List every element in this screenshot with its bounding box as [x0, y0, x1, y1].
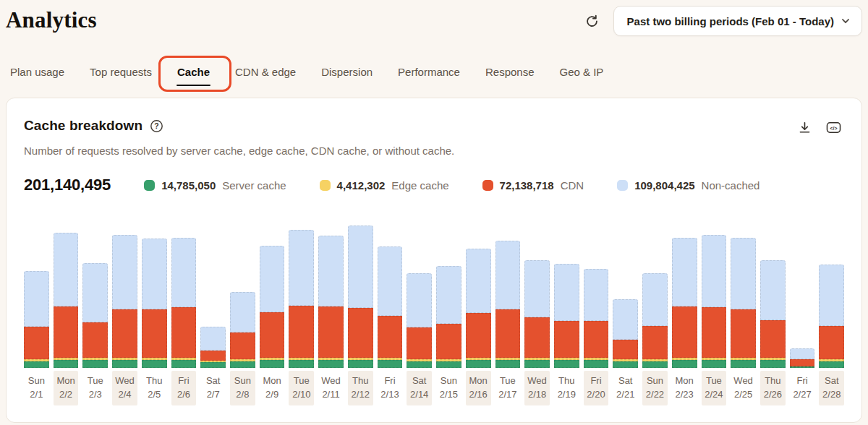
date-range-selector[interactable]: Past two billing periods (Feb 01 - Today…: [613, 6, 862, 36]
stacked-bar-2-11[interactable]: [318, 236, 344, 368]
legend-item-cdn[interactable]: 72,138,718CDN: [482, 179, 584, 192]
bar-segment-non-cached[interactable]: [466, 249, 491, 313]
embed-code-button[interactable]: </>: [823, 118, 844, 137]
stacked-bar-2-22[interactable]: [642, 273, 668, 368]
bar-segment-non-cached[interactable]: [348, 226, 373, 308]
bar-segment-cdn[interactable]: [613, 340, 638, 359]
stacked-bar-2-9[interactable]: [260, 246, 285, 368]
bar-segment-server-cache[interactable]: [407, 361, 432, 368]
bar-segment-cdn[interactable]: [702, 307, 727, 357]
refresh-button[interactable]: [582, 12, 602, 31]
bar-segment-server-cache[interactable]: [142, 360, 167, 368]
stacked-bar-2-28[interactable]: [819, 265, 844, 368]
bar-segment-server-cache[interactable]: [790, 366, 815, 368]
bar-segment-non-cached[interactable]: [260, 246, 285, 312]
tab-cache[interactable]: Cache: [176, 63, 211, 81]
bar-segment-server-cache[interactable]: [348, 360, 373, 368]
bar-segment-server-cache[interactable]: [82, 360, 108, 368]
bar-segment-non-cached[interactable]: [819, 265, 844, 325]
stacked-bar-2-25[interactable]: [731, 238, 756, 368]
bar-segment-cdn[interactable]: [642, 326, 668, 359]
stacked-bar-2-2[interactable]: [54, 233, 79, 368]
stacked-bar-2-5[interactable]: [142, 239, 167, 368]
stacked-bar-2-13[interactable]: [378, 246, 403, 368]
stacked-bar-2-10[interactable]: [289, 230, 314, 368]
stacked-bar-2-19[interactable]: [554, 264, 579, 368]
bar-segment-non-cached[interactable]: [731, 238, 756, 309]
bar-segment-cdn[interactable]: [819, 326, 844, 359]
stacked-bar-2-14[interactable]: [407, 273, 432, 368]
bar-segment-server-cache[interactable]: [200, 362, 226, 368]
bar-segment-cdn[interactable]: [524, 317, 550, 358]
bar-segment-non-cached[interactable]: [24, 271, 49, 326]
bar-segment-non-cached[interactable]: [672, 238, 697, 306]
stacked-bar-2-12[interactable]: [348, 226, 373, 368]
bar-segment-cdn[interactable]: [407, 327, 432, 359]
legend-item-non-cached[interactable]: 109,804,425Non-cached: [617, 179, 760, 192]
stacked-bar-2-6[interactable]: [171, 238, 197, 368]
bar-segment-non-cached[interactable]: [702, 235, 727, 307]
bar-segment-server-cache[interactable]: [436, 361, 461, 368]
bar-segment-cdn[interactable]: [200, 351, 226, 361]
bar-segment-non-cached[interactable]: [82, 263, 108, 322]
bar-segment-non-cached[interactable]: [790, 348, 815, 359]
tab-plan-usage[interactable]: Plan usage: [9, 63, 66, 81]
download-button[interactable]: [795, 118, 814, 137]
stacked-bar-2-17[interactable]: [495, 241, 521, 368]
stacked-bar-2-26[interactable]: [760, 260, 786, 368]
bar-segment-cdn[interactable]: [584, 321, 609, 358]
stacked-bar-2-3[interactable]: [82, 263, 108, 368]
bar-segment-non-cached[interactable]: [436, 266, 461, 324]
bar-segment-server-cache[interactable]: [495, 360, 521, 368]
bar-segment-non-cached[interactable]: [378, 246, 403, 316]
bar-segment-server-cache[interactable]: [318, 360, 344, 368]
legend-item-edge-cache[interactable]: 4,412,302Edge cache: [320, 179, 449, 192]
bar-segment-server-cache[interactable]: [642, 361, 668, 368]
bar-segment-non-cached[interactable]: [230, 292, 255, 332]
bar-segment-cdn[interactable]: [760, 320, 786, 358]
bar-segment-cdn[interactable]: [495, 309, 521, 358]
bar-segment-cdn[interactable]: [348, 308, 373, 357]
bar-segment-cdn[interactable]: [230, 332, 255, 359]
bar-segment-server-cache[interactable]: [672, 360, 697, 368]
stacked-bar-2-15[interactable]: [436, 266, 461, 368]
bar-segment-cdn[interactable]: [142, 309, 167, 358]
tab-performance[interactable]: Performance: [396, 63, 461, 81]
bar-segment-server-cache[interactable]: [260, 360, 285, 368]
bar-segment-server-cache[interactable]: [613, 361, 638, 368]
bar-segment-non-cached[interactable]: [760, 260, 786, 320]
bar-segment-cdn[interactable]: [112, 309, 137, 358]
bar-segment-server-cache[interactable]: [731, 360, 756, 368]
bar-segment-server-cache[interactable]: [584, 360, 609, 368]
bar-segment-server-cache[interactable]: [524, 360, 550, 368]
bar-segment-non-cached[interactable]: [495, 241, 521, 309]
bar-segment-cdn[interactable]: [260, 312, 285, 358]
bar-segment-cdn[interactable]: [289, 306, 314, 358]
bar-segment-cdn[interactable]: [672, 306, 697, 358]
bar-segment-non-cached[interactable]: [524, 260, 550, 317]
bar-segment-cdn[interactable]: [731, 309, 756, 358]
bar-segment-server-cache[interactable]: [819, 361, 844, 368]
bar-segment-cdn[interactable]: [790, 359, 815, 366]
stacked-bar-2-20[interactable]: [584, 269, 609, 368]
bar-segment-non-cached[interactable]: [613, 299, 638, 340]
bar-segment-cdn[interactable]: [554, 321, 579, 358]
stacked-bar-2-1[interactable]: [24, 271, 49, 368]
legend-item-server-cache[interactable]: 14,785,050Server cache: [144, 179, 286, 192]
bar-segment-non-cached[interactable]: [289, 230, 314, 306]
bar-segment-non-cached[interactable]: [318, 236, 344, 306]
bar-segment-server-cache[interactable]: [760, 360, 786, 368]
stacked-bar-2-24[interactable]: [702, 235, 727, 368]
bar-segment-cdn[interactable]: [466, 313, 491, 357]
stacked-bar-2-21[interactable]: [613, 299, 638, 368]
bar-segment-server-cache[interactable]: [230, 361, 255, 368]
bar-segment-non-cached[interactable]: [112, 235, 137, 309]
bar-segment-server-cache[interactable]: [702, 360, 727, 368]
tab-response[interactable]: Response: [484, 63, 536, 81]
tab-cdn-edge[interactable]: CDN & edge: [234, 63, 297, 81]
bar-segment-non-cached[interactable]: [584, 269, 609, 321]
bar-segment-cdn[interactable]: [82, 322, 108, 358]
stacked-bar-2-7[interactable]: [200, 327, 226, 368]
bar-segment-cdn[interactable]: [54, 306, 79, 358]
bar-segment-non-cached[interactable]: [407, 273, 432, 327]
